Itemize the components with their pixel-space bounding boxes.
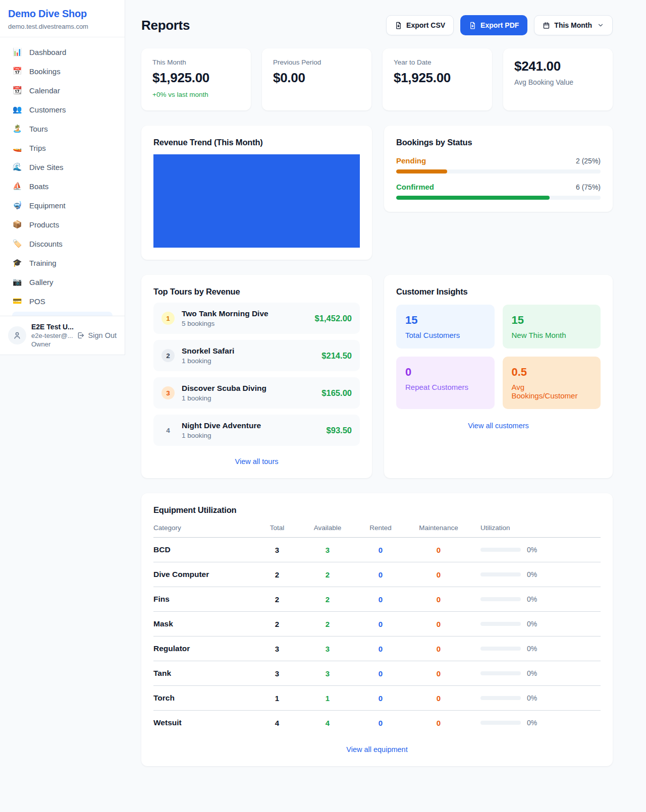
utilization-track — [480, 647, 521, 651]
equipment-rented: 0 — [355, 669, 406, 678]
sidebar-item-label: Dashboard — [29, 48, 66, 56]
sidebar-item-trips[interactable]: 🚤Trips — [6, 138, 119, 157]
equipment-available: 4 — [300, 719, 355, 727]
sign-out-button[interactable]: Sign Out — [77, 331, 117, 339]
customer-insights-card: Customer Insights 15 Total Customers 15 … — [384, 275, 613, 478]
period-select[interactable]: This Month — [534, 15, 613, 35]
insight-tile-new-this-month: 15 New This Month — [503, 305, 601, 349]
equipment-total: 3 — [254, 546, 300, 554]
sidebar-item-customers[interactable]: 👥Customers — [6, 100, 119, 119]
stat-value: $241.00 — [514, 59, 602, 74]
utilization-track — [480, 548, 521, 552]
period-label: This Month — [554, 21, 592, 29]
insight-label: Total Customers — [405, 331, 486, 339]
sidebar-item-pos[interactable]: 💳POS — [6, 292, 119, 311]
utilization-track — [480, 572, 521, 576]
utilization-pct: 0% — [527, 694, 537, 702]
bookings-icon: 📅 — [12, 67, 22, 76]
main-content: Reports Export CSV Export PDF This Month — [125, 0, 646, 783]
sidebar-item-products[interactable]: 📦Products — [6, 215, 119, 234]
dashboard-icon: 📊 — [12, 47, 22, 56]
bookings-by-status-card: Bookings by Status Pending 2 (25%) Confi… — [384, 126, 613, 212]
sidebar-item-gallery[interactable]: 📷Gallery — [6, 272, 119, 292]
revenue-trend-card: Revenue Trend (This Month) — [141, 126, 372, 260]
tour-revenue: $93.50 — [327, 426, 352, 435]
equipment-total: 4 — [254, 719, 300, 727]
table-row: Wetsuit 4 4 0 0 0% — [153, 711, 601, 735]
file-download-icon — [395, 22, 402, 29]
pos-icon: 💳 — [12, 297, 22, 306]
equipment-rented: 0 — [355, 645, 406, 653]
col-total: Total — [254, 524, 300, 532]
export-csv-button[interactable]: Export CSV — [386, 15, 454, 35]
avatar — [8, 326, 26, 344]
equipment-rented: 0 — [355, 620, 406, 628]
equipment-utilization-title: Equipment Utilization — [153, 505, 601, 515]
equipment-available: 2 — [300, 620, 355, 628]
sign-out-label: Sign Out — [88, 331, 117, 339]
utilization-pct: 0% — [527, 645, 537, 653]
sidebar-item-dashboard[interactable]: 📊Dashboard — [6, 42, 119, 62]
insight-label: New This Month — [512, 331, 592, 339]
view-all-equipment-link[interactable]: View all equipment — [346, 745, 407, 753]
equipment-available: 3 — [300, 546, 355, 554]
col-category: Category — [153, 524, 254, 532]
sidebar-item-equipment[interactable]: 🤿Equipment — [6, 196, 119, 215]
sidebar-item-label: Equipment — [29, 201, 66, 210]
sidebar-item-dive-sites[interactable]: 🌊Dive Sites — [6, 157, 119, 177]
insight-label: Repeat Customers — [405, 383, 486, 391]
equipment-maintenance: 0 — [406, 645, 471, 653]
table-header-row: Category Total Available Rented Maintena… — [153, 524, 601, 538]
equipment-maintenance: 0 — [406, 595, 471, 604]
chevron-down-icon — [597, 22, 604, 29]
sidebar-item-bookings[interactable]: 📅Bookings — [6, 62, 119, 81]
equipment-category: Dive Computer — [153, 570, 254, 579]
tour-revenue: $1,452.00 — [315, 314, 352, 323]
stat-card-avg-booking-value: $241.00 Avg Booking Value — [503, 48, 613, 110]
sidebar-item-calendar[interactable]: 📆Calendar — [6, 81, 119, 100]
rank-badge: 3 — [162, 386, 175, 399]
sidebar-item-boats[interactable]: ⛵Boats — [6, 177, 119, 196]
brand-block: Demo Dive Shop demo.test.divestreams.com — [0, 0, 125, 37]
tour-row: 3 Discover Scuba Diving 1 booking $165.0… — [153, 377, 360, 409]
view-all-tours-link[interactable]: View all tours — [235, 457, 279, 466]
user-role: Owner — [31, 340, 72, 348]
view-all-customers-link[interactable]: View all customers — [468, 422, 529, 430]
export-pdf-button[interactable]: Export PDF — [460, 15, 527, 35]
sidebar-item-tours[interactable]: 🏝️Tours — [6, 119, 119, 138]
equipment-category: Torch — [153, 693, 254, 703]
table-row: Fins 2 2 0 0 0% — [153, 587, 601, 612]
customers-icon: 👥 — [12, 105, 22, 114]
equipment-maintenance: 0 — [406, 570, 471, 579]
sidebar-item-reports-partial[interactable] — [12, 312, 113, 316]
dive-sites-icon: 🌊 — [12, 162, 22, 171]
rank-badge: 2 — [162, 349, 175, 362]
user-email: e2e-tester@... — [31, 332, 72, 339]
stat-trend: +0% vs last month — [152, 91, 240, 98]
equipment-rented: 0 — [355, 570, 406, 579]
stat-value: $1,925.00 — [394, 70, 481, 86]
sidebar-item-label: Calendar — [29, 86, 60, 95]
insight-tile-total-customers: 15 Total Customers — [396, 305, 495, 349]
table-row: BCD 3 3 0 0 0% — [153, 538, 601, 562]
user-profile: E2E Test U... e2e-tester@... Owner Sign … — [0, 316, 125, 355]
calendar-icon — [543, 22, 550, 29]
tour-name: Night Dive Adventure — [182, 421, 261, 430]
equipment-maintenance: 0 — [406, 669, 471, 678]
equipment-total: 3 — [254, 645, 300, 653]
sidebar-item-label: Customers — [29, 105, 66, 114]
discounts-icon: 🏷️ — [12, 239, 22, 248]
gallery-icon: 📷 — [12, 277, 22, 286]
tour-bookings: 5 bookings — [182, 320, 268, 327]
tour-name: Snorkel Safari — [182, 346, 234, 356]
equipment-available: 1 — [300, 694, 355, 703]
sidebar-item-label: Training — [29, 259, 57, 267]
status-bar-fill — [396, 169, 447, 173]
tour-name: Two Tank Morning Dive — [182, 309, 268, 318]
utilization-track — [480, 671, 521, 675]
tour-revenue: $165.00 — [321, 388, 352, 398]
sidebar-item-training[interactable]: 🎓Training — [6, 253, 119, 272]
equipment-available: 3 — [300, 645, 355, 653]
status-row-pending: Pending 2 (25%) — [396, 156, 601, 173]
sidebar-item-discounts[interactable]: 🏷️Discounts — [6, 234, 119, 253]
